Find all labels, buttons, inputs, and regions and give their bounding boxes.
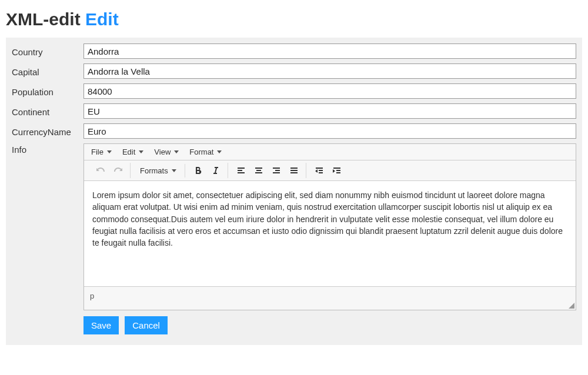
- bold-button[interactable]: [190, 163, 206, 178]
- label-continent: Continent: [12, 106, 83, 117]
- label-info: Info: [12, 143, 83, 155]
- title-accent: Edit: [85, 9, 119, 29]
- title-prefix: XML-edit: [6, 9, 81, 29]
- undo-button[interactable]: [92, 163, 109, 178]
- menu-view-label: View: [154, 148, 171, 156]
- menu-format-label: Format: [189, 148, 213, 156]
- indent-icon: [332, 166, 342, 175]
- menu-edit[interactable]: Edit: [122, 148, 143, 156]
- formats-label: Formats: [140, 166, 168, 175]
- align-justify-button[interactable]: [286, 163, 302, 178]
- menu-file[interactable]: File: [91, 148, 112, 156]
- form-buttons: Save Cancel: [83, 316, 576, 334]
- align-center-button[interactable]: [250, 163, 267, 178]
- formats-dropdown[interactable]: Formats: [135, 164, 181, 178]
- align-center-icon: [254, 166, 263, 175]
- redo-icon: [113, 166, 123, 175]
- align-right-button[interactable]: [268, 163, 285, 178]
- align-justify-icon: [289, 166, 299, 175]
- editor-menubar: File Edit View Format: [84, 144, 576, 160]
- undo-icon: [96, 166, 105, 175]
- label-country: Country: [12, 46, 83, 57]
- cancel-button[interactable]: Cancel: [125, 316, 168, 334]
- label-currency-name: CurrencyName: [12, 126, 83, 137]
- page-title: XML-edit Edit: [6, 9, 582, 29]
- caret-down-icon: [139, 150, 143, 153]
- input-capital[interactable]: [83, 63, 576, 79]
- input-currency-name[interactable]: [83, 123, 576, 139]
- editor-content[interactable]: Lorem ipsum dolor sit amet, consectetuer…: [84, 181, 576, 287]
- label-capital: Capital: [12, 66, 83, 77]
- menu-edit-label: Edit: [122, 148, 135, 156]
- indent-button[interactable]: [329, 163, 345, 178]
- align-right-icon: [272, 166, 281, 175]
- outdent-icon: [315, 166, 324, 175]
- editor-toolbar: Formats: [84, 160, 576, 181]
- menu-view[interactable]: View: [154, 148, 179, 156]
- caret-down-icon: [217, 150, 222, 153]
- align-left-button[interactable]: [233, 163, 249, 178]
- input-country[interactable]: [83, 43, 576, 59]
- input-continent[interactable]: [83, 103, 576, 119]
- rich-text-editor: File Edit View Format: [83, 143, 576, 310]
- menu-file-label: File: [91, 148, 103, 156]
- italic-button[interactable]: [208, 163, 224, 178]
- editor-statusbar: p: [84, 287, 576, 310]
- caret-down-icon: [172, 169, 176, 172]
- caret-down-icon: [107, 150, 112, 153]
- save-button[interactable]: Save: [83, 316, 119, 334]
- outdent-button[interactable]: [311, 163, 328, 178]
- label-population: Population: [12, 86, 83, 97]
- redo-button[interactable]: [110, 163, 126, 178]
- menu-format[interactable]: Format: [189, 148, 222, 156]
- caret-down-icon: [174, 150, 179, 153]
- editor-element-path[interactable]: p: [90, 292, 94, 300]
- bold-icon: [193, 166, 203, 175]
- align-left-icon: [236, 166, 246, 175]
- italic-icon: [211, 166, 220, 175]
- edit-form-panel: Country Capital Population Continent Cur…: [6, 38, 582, 345]
- resize-handle[interactable]: [566, 300, 574, 309]
- input-population[interactable]: [83, 83, 576, 99]
